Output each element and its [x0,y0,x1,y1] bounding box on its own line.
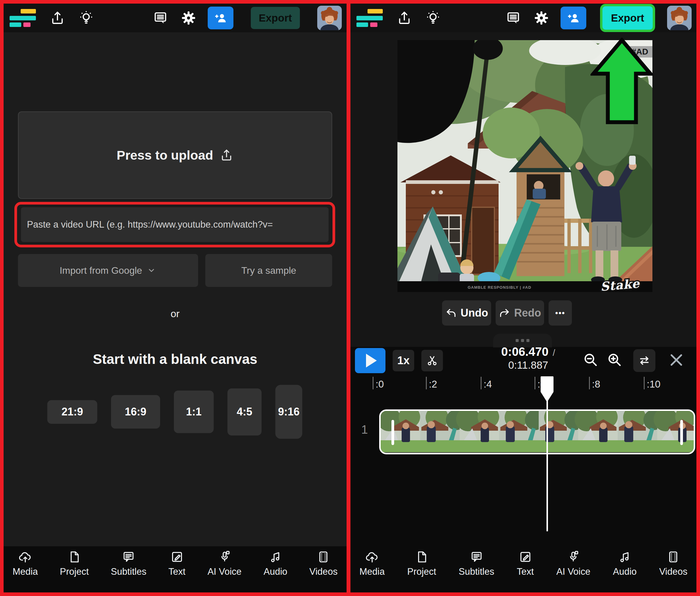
import-google-label: Import from Google [59,265,142,276]
redo-button[interactable]: Redo [496,300,544,326]
toolbar-label: AI Voice [207,566,241,577]
toolbar-label: AI Voice [556,566,591,577]
ratio-16-9-button[interactable]: 16:9 [111,395,160,428]
add-person-button[interactable] [561,7,586,29]
toolbar-item-text[interactable]: Text [517,550,534,592]
zoom-in-icon[interactable] [606,352,622,368]
toolbar-label: Subtitles [459,566,494,577]
toolbar-item-videos[interactable]: Videos [659,550,688,592]
add-person-button[interactable] [208,7,233,29]
swap-arrows-icon [638,354,651,368]
video-clip[interactable] [379,409,695,454]
toolbar-item-videos[interactable]: Videos [309,550,338,592]
press-to-upload-button[interactable]: Press to upload [18,111,332,199]
document-icon [415,550,429,564]
ratio-9-16-button[interactable]: 9:16 [275,385,302,439]
app-logo[interactable] [9,9,36,27]
toolbar-right: Media Project Subtitles Text AI Voice Au… [351,546,696,592]
toolbar-label: Media [359,566,385,577]
trim-handle-right[interactable] [680,420,683,445]
ruler-label: :10 [647,378,660,390]
undo-button[interactable]: Undo [442,300,491,326]
gear-icon[interactable] [181,10,196,26]
toolbar-item-audio[interactable]: Audio [613,550,637,592]
fit-timeline-button[interactable] [633,349,655,372]
close-timeline-icon[interactable] [668,352,685,368]
film-strip-icon [316,550,330,564]
upload-tray-icon [220,148,233,162]
ruler-label: :2 [429,378,437,390]
logo-bar-yellow [21,9,36,14]
comment-icon[interactable] [505,10,521,26]
split-button[interactable] [421,350,443,371]
green-up-arrow [591,38,653,125]
toolbar-item-ai-voice[interactable]: AI Voice [556,550,591,592]
toolbar-label: Videos [309,566,338,577]
frame-border-right [696,0,700,596]
toolbar-item-project[interactable]: Project [60,550,88,592]
stake-watermark-text: Stake [600,276,641,294]
chevron-down-icon [146,265,157,276]
lightbulb-icon[interactable] [78,10,94,26]
toolbar-label: Videos [659,566,688,577]
playhead-line[interactable] [546,400,548,531]
trim-handle-left[interactable] [391,420,394,445]
toolbar-item-media[interactable]: Media [359,550,385,592]
toolbar-item-ai-voice[interactable]: AI Voice [207,550,241,592]
video-preview[interactable]: #AD GAMBLE RESPONSIBLY | #AD Stake [397,40,652,292]
toolbar-left: Media Project Subtitles Text AI Voice Au… [4,546,346,592]
toolbar-label: Subtitles [111,566,146,577]
try-sample-button[interactable]: Try a sample [205,254,332,287]
app-logo[interactable] [357,9,383,27]
time-separator: / [553,348,555,357]
play-button[interactable] [355,348,386,373]
playback-speed-button[interactable]: 1x [393,350,414,371]
text-edit-icon [170,550,184,564]
avatar[interactable] [667,6,692,30]
toolbar-item-subtitles[interactable]: Subtitles [111,550,146,592]
header-right: Export [351,4,696,32]
ruler-tick [535,377,536,389]
video-url-input[interactable] [21,207,329,242]
export-button[interactable]: Export [251,7,300,29]
upload-icon[interactable] [50,10,65,26]
toolbar-label: Project [407,566,436,577]
document-icon [67,550,81,564]
frame-divider [346,0,351,596]
comment-icon[interactable] [153,10,168,26]
ruler-tick [426,377,427,389]
blank-canvas-title: Start with a blank canvas [18,351,332,367]
playhead-marker[interactable] [541,376,554,402]
toolbar-item-audio[interactable]: Audio [264,550,287,592]
ratio-4-5-button[interactable]: 4:5 [228,389,262,436]
more-options-button[interactable]: ••• [549,300,572,326]
zoom-out-icon[interactable] [582,352,599,368]
toolbar-item-project[interactable]: Project [407,550,436,592]
frame-border-left [0,0,4,596]
toolbar-label: Text [517,566,534,577]
upload-icon[interactable] [396,10,412,26]
scissors-icon [426,354,438,367]
lightbulb-icon[interactable] [425,10,441,26]
cloud-upload-icon [365,550,379,564]
toolbar-item-text[interactable]: Text [168,550,185,592]
toolbar-item-subtitles[interactable]: Subtitles [459,550,494,592]
import-google-button[interactable]: Import from Google [18,254,198,287]
logo-bar-teal [9,16,36,20]
logo-bar-teal-small [9,22,21,27]
ratio-1-1-button[interactable]: 1:1 [174,391,214,433]
avatar[interactable] [317,6,342,30]
total-time: 0:11.887 [470,359,587,371]
ruler-tick [589,377,590,389]
ratio-21-9-button[interactable]: 21:9 [47,400,97,424]
toolbar-item-media[interactable]: Media [12,550,38,592]
text-edit-icon [518,550,533,564]
export-button-highlighted[interactable]: Export [603,7,652,29]
gear-icon[interactable] [534,10,549,26]
ruler-tick [372,377,373,389]
stake-watermark: Stake [597,276,648,294]
undo-arrow-icon [445,307,457,319]
logo-bar-pink [370,22,378,27]
music-note-icon [618,550,632,564]
logo-bar-yellow [367,9,383,14]
